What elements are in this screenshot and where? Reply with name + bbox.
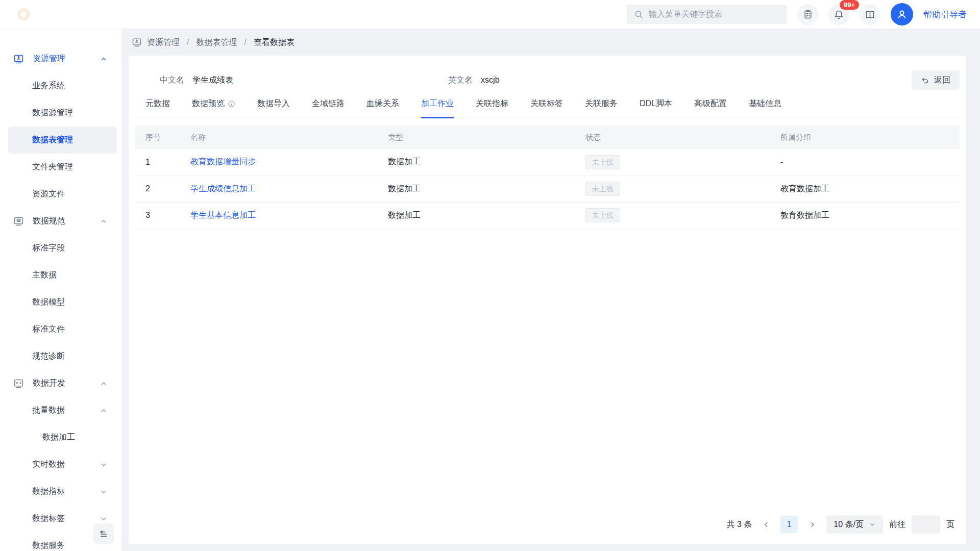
cn-name-value: 学生成绩表	[192, 75, 233, 86]
breadcrumb-separator: /	[185, 38, 191, 47]
collapse-sidebar-button[interactable]	[93, 523, 114, 544]
monitor-share-icon	[132, 37, 142, 47]
sidebar-item-realtime-data[interactable]: 实时数据	[8, 451, 117, 478]
status-badge: 未上线	[585, 208, 620, 222]
en-name-label: 英文名	[448, 75, 473, 86]
sidebar-item-resource-management[interactable]: 资源管理	[8, 45, 117, 72]
tasks-button[interactable]	[797, 4, 818, 25]
collapse-sidebar-icon	[99, 529, 109, 539]
tab-label: 血缘关系	[366, 98, 399, 109]
breadcrumb-item[interactable]: 资源管理	[147, 37, 180, 48]
search-input[interactable]	[649, 10, 780, 19]
tab-label: 元数据	[145, 98, 170, 109]
tab-global-link[interactable]: 全域链路	[312, 98, 345, 118]
cell-index: 2	[135, 176, 190, 202]
search-icon	[634, 10, 644, 19]
back-button[interactable]: 返回	[912, 70, 960, 90]
chevron-up-icon	[100, 380, 108, 388]
sidebar-item-datasource-management[interactable]: 数据源管理	[8, 99, 117, 127]
tab-data-preview[interactable]: 数据预览	[192, 98, 235, 118]
sidebar-item-label: 数据模型	[32, 297, 65, 308]
sidebar-item-resource-files[interactable]: 资源文件	[8, 181, 117, 208]
cell-group: -	[780, 149, 960, 176]
info-icon	[228, 100, 235, 108]
tab-label: 基础信息	[749, 98, 781, 109]
sidebar-item-master-data[interactable]: 主数据	[8, 262, 117, 289]
column-header-group: 所属分组	[780, 126, 960, 149]
sidebar-item-standard-diagnosis[interactable]: 规范诊断	[8, 343, 117, 370]
sidebar-item-label: 资源管理	[33, 54, 65, 64]
sidebar-item-folder-management[interactable]: 文件夹管理	[8, 154, 117, 181]
sidebar-item-batch-data[interactable]: 批量数据	[8, 397, 117, 424]
tab-advanced-config[interactable]: 高级配置	[694, 98, 727, 118]
chevron-down-icon	[100, 515, 108, 523]
sidebar-item-label: 资源文件	[32, 189, 65, 199]
sidebar-item-business-system[interactable]: 业务系统	[8, 72, 117, 99]
chevron-down-icon	[869, 521, 876, 528]
sidebar-item-label: 标准字段	[32, 243, 65, 254]
sidebar-item-label: 数据源管理	[32, 108, 73, 118]
sidebar-item-label: 数据服务	[32, 540, 65, 551]
tab-related-tags[interactable]: 关联标签	[530, 98, 563, 118]
tab-basic-info[interactable]: 基础信息	[749, 98, 781, 118]
page-size-select[interactable]: 10 条/页	[826, 515, 883, 534]
sidebar-item-data-metrics[interactable]: 数据指标	[8, 478, 117, 505]
sidebar-item-data-development[interactable]: 数据开发	[8, 370, 117, 397]
sidebar-item-standard-fields[interactable]: 标准字段	[8, 235, 117, 262]
tab-related-metrics[interactable]: 关联指标	[476, 98, 508, 118]
tab-label: 加工作业	[421, 98, 454, 109]
prev-page-button[interactable]	[758, 516, 774, 533]
tab-metadata[interactable]: 元数据	[145, 98, 170, 118]
page-number-button[interactable]: 1	[780, 516, 798, 533]
goto-page-input[interactable]	[912, 515, 940, 534]
sidebar-item-data-table-management[interactable]: 数据表管理	[8, 127, 117, 154]
tab-lineage[interactable]: 血缘关系	[366, 98, 399, 118]
tab-label: 关联指标	[476, 98, 508, 109]
app-logo	[17, 8, 30, 20]
tab-related-services[interactable]: 关联服务	[585, 98, 618, 118]
breadcrumb-item[interactable]: 数据表管理	[196, 37, 237, 48]
tab-data-import[interactable]: 数据导入	[257, 98, 290, 118]
sidebar-item-data-processing[interactable]: 数据加工	[8, 424, 117, 451]
en-name-field: 英文名 xscjb	[448, 75, 499, 86]
cn-name-label: 中文名	[160, 75, 184, 86]
notification-badge: 99+	[840, 0, 859, 10]
menu-search[interactable]	[627, 5, 787, 24]
sidebar-item-label: 数据指标	[32, 486, 65, 497]
tab-ddl-script[interactable]: DDL脚本	[640, 98, 672, 118]
page-unit-label: 页	[946, 519, 954, 530]
topbar-right: 99+ 帮助引导者	[627, 3, 967, 26]
sidebar-item-label: 标准文件	[32, 324, 65, 335]
chevron-down-icon	[100, 461, 108, 469]
tab-processing-jobs[interactable]: 加工作业	[421, 98, 454, 118]
sidebar-item-label: 数据规范	[33, 216, 65, 227]
jobs-table: 序号 名称 类型 状态 所属分组 1 教育数据增量同步 数据加工 未上线 -	[135, 126, 960, 229]
clipboard-icon	[803, 9, 813, 19]
main-content: 资源管理 / 数据表管理 / 查看数据表 中文名 学生成绩表 英文名 xscjb	[122, 29, 980, 551]
user-name[interactable]: 帮助引导者	[923, 9, 967, 20]
tab-label: 数据预览	[192, 98, 225, 109]
chevron-up-icon	[100, 217, 108, 226]
cell-type: 数据加工	[388, 176, 585, 202]
person-icon	[896, 8, 908, 20]
tab-label: 关联标签	[530, 98, 563, 109]
sidebar-item-label: 文件夹管理	[32, 162, 73, 172]
job-name-link[interactable]: 学生基本信息加工	[190, 211, 256, 219]
sidebar-item-label: 数据标签	[32, 513, 65, 524]
user-avatar[interactable]	[891, 3, 913, 26]
column-header-status: 状态	[585, 126, 780, 149]
cell-type: 数据加工	[388, 202, 585, 229]
job-name-link[interactable]: 教育数据增量同步	[190, 157, 256, 166]
cell-index: 1	[135, 149, 190, 176]
sidebar-item-standard-files[interactable]: 标准文件	[8, 316, 117, 343]
docs-button[interactable]	[860, 4, 880, 25]
tab-label: DDL脚本	[640, 98, 672, 109]
sidebar-item-data-models[interactable]: 数据模型	[8, 289, 117, 316]
breadcrumb-current: 查看数据表	[254, 37, 295, 48]
chevron-right-icon	[808, 521, 816, 529]
next-page-button[interactable]	[804, 516, 820, 533]
chevron-left-icon	[763, 521, 770, 529]
sidebar-item-data-standards[interactable]: 数据规范	[8, 208, 117, 235]
notifications-button[interactable]: 99+	[828, 4, 849, 25]
job-name-link[interactable]: 学生成绩信息加工	[190, 184, 256, 193]
